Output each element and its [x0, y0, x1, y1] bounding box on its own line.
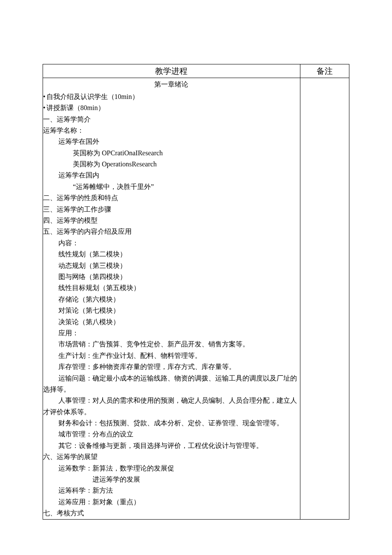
content-line: 七、考核方式	[43, 508, 300, 519]
content-line: “运筹帷螺中，决胜千里外”	[43, 181, 300, 192]
content-line: 运输问题：确定最小成本的运输线路、物资的调拨、运输工具的调度以及厂址的	[43, 373, 300, 384]
content-line: 市场营销：广告预算、竞争性定价、新产品开发、销售方案等。	[43, 339, 300, 350]
content-line: 运筹应用：新对象（重点）	[43, 497, 300, 508]
content-line: 三、运筹学的工作步骤	[43, 204, 300, 215]
content-line: 动态规划（第三模块）	[43, 260, 300, 271]
content-line: 二、运筹学的性质和特点	[43, 192, 300, 203]
content-line: 存储论（第六模块）	[43, 294, 300, 305]
content-line: 运筹学在国外	[43, 136, 300, 147]
content-line: 五、运筹学的内容介绍及应用	[43, 226, 300, 237]
page: 教学进程 备注 第一章绪论 自我介绍及认识学生（10min） 讲授新课（80mi…	[0, 0, 392, 555]
table-header-row: 教学进程 备注	[43, 64, 349, 78]
content-line: 自我介绍及认识学生（10min）	[43, 91, 300, 102]
content-line: 运筹学在国内	[43, 170, 300, 181]
content-line: 决策论（第八模块）	[43, 317, 300, 328]
content-line: 对策论（第七模块）	[43, 305, 300, 316]
content-line: 四、运筹学的模型	[43, 215, 300, 226]
content-line: 财务和会计：包括预测、贷款、成本分析、定价、证券管理、现金管理等。	[43, 418, 300, 429]
content-line: 英国称为 OPCratiOnaIResearch	[43, 148, 300, 159]
note-content	[300, 78, 349, 519]
content-line: 一、运筹学简介	[43, 114, 300, 125]
content-line: 运筹数学：新算法，数学理论的发展促	[43, 463, 300, 474]
content-line: 选择等。	[43, 384, 300, 395]
header-process: 教学进程	[43, 64, 300, 78]
content-line: 线性规划（第二模块）	[43, 249, 300, 260]
table-body-row: 第一章绪论 自我介绍及认识学生（10min） 讲授新课（80min） 一、运筹学…	[43, 78, 349, 519]
main-content: 第一章绪论 自我介绍及认识学生（10min） 讲授新课（80min） 一、运筹学…	[43, 78, 300, 519]
content-line: 其它：设备维修与更新，项目选择与评价，工程优化设计与管理等。	[43, 440, 300, 451]
content-line: 运筹科学：新方法	[43, 485, 300, 496]
content-line: 内容：	[43, 238, 300, 249]
content-line: 应用：	[43, 328, 300, 339]
header-note: 备注	[300, 64, 349, 78]
content-line: 运筹学名称：	[43, 125, 300, 136]
content-line: 美国称为 OperationsResearch	[43, 159, 300, 170]
content-line: 才评价体系等。	[43, 407, 300, 418]
content-line: 进运筹学的发展	[43, 474, 300, 485]
content-line: 库存管理：多种物资库存量的管理，库存方式、库存量等。	[43, 361, 300, 372]
content-line: 生产计划：生产作业计划、配料、物料管理等。	[43, 350, 300, 361]
content-line: 线性目标规划（第五模块）	[43, 282, 300, 293]
content-line: 城市管理：分布点的设立	[43, 429, 300, 440]
chapter-title: 第一章绪论	[43, 78, 300, 91]
content-line: 图与网络（第四模块）	[43, 271, 300, 282]
content-line: 人事管理：对人员的需求和使用的预测，确定人员编制、人员合理分配，建立人	[43, 395, 300, 406]
content-line: 讲授新课（80min）	[43, 102, 300, 113]
lesson-table: 教学进程 备注 第一章绪论 自我介绍及认识学生（10min） 讲授新课（80mi…	[43, 64, 349, 520]
content-line: 六、运筹学的展望	[43, 451, 300, 462]
